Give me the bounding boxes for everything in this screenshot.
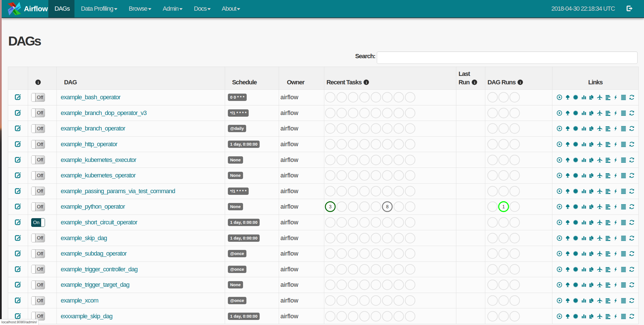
svg-text:3: 3 [329,204,332,209]
svg-text:1: 1 [502,204,505,209]
svg-text:8: 8 [386,204,389,209]
